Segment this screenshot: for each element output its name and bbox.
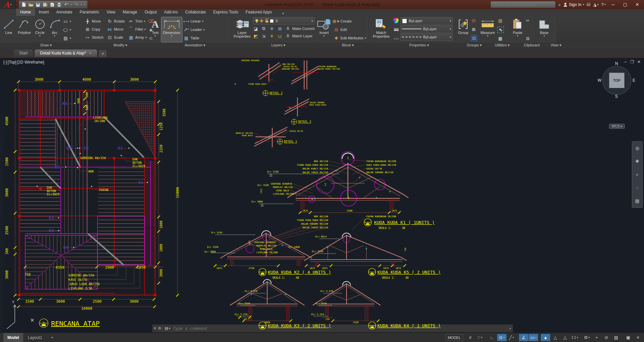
leader-button[interactable]: ↗°Leader▾	[184, 26, 205, 33]
compass-north[interactable]: N	[615, 61, 618, 66]
lineweight-combo[interactable]: ByLayer▾	[400, 25, 453, 33]
insert-button[interactable]: Insert ▾	[316, 17, 332, 42]
status-annotation-scale[interactable]: 1:1▾	[570, 334, 579, 341]
layer-sun-icon[interactable]: ☀	[269, 33, 275, 39]
new-drawing-button[interactable]: +	[99, 50, 107, 57]
zoom-extents-icon[interactable]: ⌕	[636, 172, 638, 177]
ribbon-tab-add-ins[interactable]: Add-ins	[160, 9, 182, 16]
table-button[interactable]: ▦Table	[184, 35, 205, 41]
layer-combo[interactable]: 0 ▾	[253, 17, 315, 25]
edit-attributes-button[interactable]: ❖Edit Attributes▾	[333, 35, 366, 41]
save-button[interactable]	[35, 2, 41, 8]
compass-east[interactable]: E	[633, 78, 635, 83]
ellipse-icon[interactable]: ◯	[63, 28, 69, 32]
search-icon[interactable]: ⌕	[558, 2, 561, 7]
status-clean-screen[interactable]: ▣	[623, 334, 633, 341]
doc-close-icon[interactable]: ✕	[637, 60, 641, 64]
rectangle-icon[interactable]: ▭	[63, 18, 69, 24]
ribbon-tab-insert[interactable]: Insert	[35, 9, 52, 16]
model-paper-toggle[interactable]: MODEL	[445, 334, 463, 341]
quick-select-icon[interactable]: ▤	[497, 18, 503, 24]
ribbon-tab-featured-apps[interactable]: Featured Apps	[242, 9, 276, 16]
layer-properties-button[interactable]: Layer Properties	[233, 17, 251, 42]
show-motion-icon[interactable]: ▤	[635, 198, 639, 203]
scale-button[interactable]: ⊡Scale	[107, 35, 125, 40]
color-wheel-icon[interactable]	[393, 18, 399, 23]
plot-button[interactable]	[56, 2, 62, 8]
object-color-combo[interactable]: ByLayer▾	[400, 17, 453, 25]
full-navigation-wheel-icon[interactable]: ◎	[635, 146, 639, 151]
orbit-icon[interactable]: ◌	[636, 185, 639, 190]
search-input[interactable]	[492, 2, 554, 7]
view-control[interactable]: [Top]	[8, 60, 16, 65]
compass-top-face[interactable]: TOP	[609, 73, 625, 88]
tab-drawing[interactable]: Detail Kuda Kuda & Atap*✕	[34, 49, 97, 57]
status-object-snap-tracking[interactable]: ∠	[519, 334, 528, 341]
cut-icon[interactable]: ✂	[525, 18, 531, 24]
layer-off-icon[interactable]: ◪	[253, 26, 258, 32]
new-file-button[interactable]	[21, 2, 27, 8]
status-isolate-objects[interactable]: ⊘	[602, 334, 611, 341]
panel-label-draw[interactable]: Draw ▾	[5, 43, 87, 47]
panel-label-groups[interactable]: Groups ▾	[463, 43, 485, 47]
match-properties-button[interactable]: Match Properties	[370, 17, 392, 42]
select-window-icon[interactable]: ⬉	[497, 27, 504, 33]
paste-button[interactable]: Paste ▾	[512, 17, 524, 42]
panel-label-block[interactable]: Block ▾	[321, 43, 375, 47]
new-layout-button[interactable]: +	[47, 333, 57, 342]
fillet-button[interactable]: ⌒Fillet▾	[128, 27, 147, 32]
ribbon-tab-view[interactable]: View	[103, 9, 119, 16]
hatch-icon[interactable]: ▨	[63, 35, 69, 41]
status-object-snap[interactable]: ▭▾	[529, 334, 538, 341]
layer-lock-icon[interactable]: ⊠	[277, 26, 283, 32]
panel-label-clipboard[interactable]: Clipboard	[519, 43, 545, 47]
ribbon-tab-express-tools[interactable]: Express Tools	[209, 9, 242, 16]
group-select-icon[interactable]: ⊡	[471, 35, 477, 41]
compass-west[interactable]: W	[598, 78, 601, 83]
panel-label-properties[interactable]: Properties ▾	[376, 43, 462, 47]
visual-style-control[interactable]: [2D Wireframe]	[17, 60, 44, 65]
quick-calc-icon[interactable]: ▦	[497, 36, 503, 41]
ribbon-tab-manage[interactable]: Manage	[119, 9, 141, 16]
status-grid-display[interactable]: #	[466, 334, 475, 341]
save-as-button[interactable]	[42, 2, 48, 8]
tab-start[interactable]: Start	[13, 49, 33, 57]
undo-button[interactable]: ↶	[63, 2, 69, 8]
trim-button[interactable]: ✂Trim▾	[128, 18, 147, 24]
ribbon-minimize-button[interactable]: ▾	[280, 11, 286, 16]
dimension-button[interactable]: Dimension ▾	[161, 17, 182, 42]
status-ortho-mode[interactable]: ∟	[487, 334, 497, 341]
redo-button[interactable]: ↷	[73, 2, 79, 8]
copy-clip-icon[interactable]: ⧉	[525, 36, 531, 41]
ribbon-tab-annotate[interactable]: Annotate	[52, 9, 76, 16]
text-button[interactable]: A Text ▾	[151, 17, 160, 42]
ungroup-icon[interactable]: ⊟	[471, 18, 477, 24]
maximize-button[interactable]: ▢	[620, 1, 630, 8]
base-button[interactable]: Base ▾	[537, 17, 551, 42]
group-button[interactable]: Group	[457, 17, 470, 42]
redo-split-caret[interactable]: ▾	[81, 3, 82, 6]
view-cube[interactable]: N W E S TOP	[598, 61, 635, 99]
measure-button[interactable]: Measure ▾	[479, 17, 496, 42]
circle-button[interactable]: Circle ▾	[33, 17, 47, 42]
mirror-button[interactable]: ⋈Mirror	[107, 27, 125, 32]
status-polar-tracking[interactable]: ⊙▾	[497, 334, 507, 341]
layer-thaw-icon[interactable]: ⇲	[261, 33, 267, 39]
create-block-button[interactable]: ⊞✦Create	[333, 18, 366, 25]
open-file-button[interactable]	[28, 2, 34, 8]
panel-label-modify[interactable]: Modify ▾	[87, 43, 153, 47]
ribbon-tab-home[interactable]: Home	[16, 9, 35, 16]
panel-label-layers[interactable]: Layers ▾	[237, 43, 320, 47]
edit-block-button[interactable]: ⊞Edit	[333, 26, 366, 33]
ribbon-tab-collaborate[interactable]: Collaborate	[182, 9, 209, 16]
copy-button[interactable]: ⊞Copy	[85, 27, 104, 32]
open-from-web-button[interactable]	[49, 2, 55, 8]
status-annotation-monitor[interactable]: +	[592, 334, 601, 341]
viewport-menu[interactable]: [-]	[3, 60, 7, 65]
status-annotation-scale-flyout[interactable]: △	[560, 334, 570, 341]
layer-freeze-icon[interactable]: ❄	[269, 26, 275, 32]
pan-icon[interactable]: ✥	[636, 159, 639, 164]
linear-button[interactable]: ⟷Linear▾	[184, 18, 205, 25]
autodesk-app-icon[interactable]: ◮▾	[593, 2, 599, 7]
compass-south[interactable]: S	[615, 94, 618, 99]
